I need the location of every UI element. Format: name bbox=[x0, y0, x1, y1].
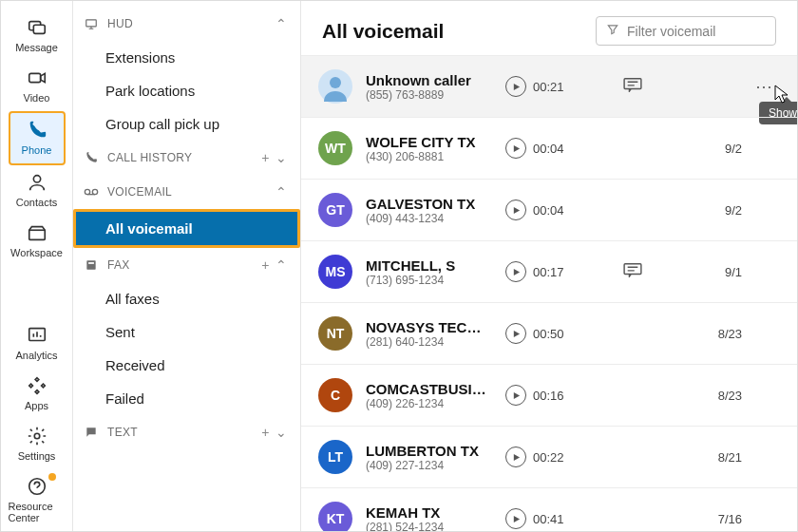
more-button[interactable]: ⋯ bbox=[748, 76, 780, 97]
rail-label: Analytics bbox=[15, 350, 57, 361]
rail-label: Resource Center bbox=[9, 501, 66, 523]
avatar: LT bbox=[318, 440, 352, 474]
voicemail-caller-name: COMCASTBUSI… bbox=[366, 381, 499, 397]
sidebar-item-fax-2[interactable]: Received bbox=[73, 349, 300, 382]
voicemail-caller-name: KEMAH TX bbox=[366, 504, 499, 521]
rail-item-analytics[interactable]: Analytics bbox=[9, 318, 66, 369]
sidebar-item-all-voicemail[interactable]: All voicemail bbox=[73, 209, 300, 248]
section-hud[interactable]: HUD ⌃ bbox=[73, 7, 300, 41]
section-voicemail[interactable]: VOICEMAIL ⌃ bbox=[73, 175, 300, 209]
voicemail-list: Unknown caller(855) 763-888900:21⋯Show t… bbox=[301, 55, 797, 531]
voicemail-duration: 00:22 bbox=[533, 450, 585, 465]
voicemail-row[interactable]: MSMITCHELL, S(713) 695-123400:179/1 bbox=[301, 240, 797, 302]
voicemail-info: WOLFE CITY TX(430) 206-8881 bbox=[366, 134, 499, 163]
rail-item-contacts[interactable]: Contacts bbox=[9, 165, 66, 216]
play-button[interactable] bbox=[505, 385, 526, 406]
svg-rect-2 bbox=[28, 73, 40, 82]
rail-item-settings[interactable]: Settings bbox=[9, 419, 66, 469]
voicemail-row[interactable]: NTNOVASYS TEC…(281) 640-123400:508/23 bbox=[301, 302, 797, 364]
voicemail-row[interactable]: GTGALVESTON TX(409) 443-123400:049/2 bbox=[301, 179, 797, 240]
section-label: FAX bbox=[107, 258, 256, 272]
voicemail-caller-name: MITCHELL, S bbox=[366, 257, 499, 274]
voicemail-info: KEMAH TX(281) 524-1234 bbox=[366, 504, 499, 532]
phone-icon bbox=[83, 151, 100, 164]
play-button[interactable] bbox=[505, 323, 526, 344]
plus-icon[interactable]: + bbox=[256, 257, 269, 273]
plus-icon[interactable]: + bbox=[256, 425, 269, 440]
play-button[interactable] bbox=[505, 138, 526, 159]
chevron-up-icon[interactable]: ⌃ bbox=[270, 184, 287, 200]
avatar: MS bbox=[318, 255, 352, 289]
chevron-up-icon[interactable]: ⌃ bbox=[270, 16, 287, 31]
voicemail-icon bbox=[83, 187, 100, 197]
sidebar-item-hud-0[interactable]: Extensions bbox=[73, 41, 300, 74]
voicemail-row[interactable]: KTKEMAH TX(281) 524-123400:417/16 bbox=[301, 487, 797, 531]
play-button[interactable] bbox=[505, 508, 526, 529]
play-button[interactable] bbox=[505, 76, 526, 97]
voicemail-date: 8/23 bbox=[680, 389, 748, 403]
text-icon bbox=[83, 426, 100, 439]
settings-icon bbox=[27, 425, 48, 447]
sidebar: HUD ⌃ ExtensionsPark locationsGroup call… bbox=[73, 1, 301, 531]
voicemail-caller-name: Unknown caller bbox=[366, 72, 499, 88]
voicemail-row[interactable]: Unknown caller(855) 763-888900:21⋯Show t… bbox=[301, 55, 797, 117]
plus-icon[interactable]: + bbox=[256, 150, 269, 165]
message-icon bbox=[27, 16, 48, 39]
voicemail-row[interactable]: CCOMCASTBUSI…(409) 226-123400:168/23 bbox=[301, 364, 797, 426]
voicemail-row[interactable]: WTWOLFE CITY TX(430) 206-888100:049/2 bbox=[301, 117, 797, 179]
svg-point-13 bbox=[330, 77, 341, 88]
voicemail-caller-name: WOLFE CITY TX bbox=[366, 134, 499, 150]
rail-item-video[interactable]: Video bbox=[9, 61, 66, 111]
section-label: TEXT bbox=[107, 426, 256, 439]
transcript-icon[interactable] bbox=[622, 262, 643, 281]
filter-voicemail-input[interactable]: Filter voicemail bbox=[596, 16, 776, 46]
sidebar-item-fax-1[interactable]: Sent bbox=[73, 315, 300, 349]
voicemail-caller-number: (430) 206-8881 bbox=[366, 150, 499, 163]
sidebar-item-fax-3[interactable]: Failed bbox=[73, 382, 300, 415]
svg-point-9 bbox=[92, 189, 97, 194]
fax-icon bbox=[83, 258, 100, 272]
voicemail-duration: 00:41 bbox=[533, 512, 585, 526]
apps-icon bbox=[27, 374, 48, 397]
voicemail-caller-number: (713) 695-1234 bbox=[366, 274, 499, 287]
voicemail-row[interactable]: LTLUMBERTON TX(409) 227-123400:228/21 bbox=[301, 426, 797, 487]
rail-label: Video bbox=[24, 92, 50, 104]
chevron-up-icon[interactable]: ⌃ bbox=[270, 257, 287, 273]
sidebar-item-fax-0[interactable]: All faxes bbox=[73, 282, 300, 315]
rail-item-message[interactable]: Message bbox=[9, 10, 66, 61]
voicemail-duration: 00:21 bbox=[533, 80, 585, 94]
sidebar-item-hud-2[interactable]: Group call pick up bbox=[73, 107, 300, 141]
sidebar-item-hud-1[interactable]: Park locations bbox=[73, 74, 300, 107]
play-button[interactable] bbox=[505, 261, 526, 282]
voicemail-caller-number: (409) 227-1234 bbox=[366, 459, 499, 472]
voicemail-date: 7/16 bbox=[680, 512, 748, 526]
rail-item-apps[interactable]: Apps bbox=[9, 369, 66, 419]
avatar bbox=[318, 69, 352, 104]
rail-item-workspace[interactable]: Workspace bbox=[9, 216, 66, 266]
section-text[interactable]: TEXT + ⌄ bbox=[73, 415, 300, 449]
avatar: GT bbox=[318, 193, 352, 227]
avatar: NT bbox=[318, 316, 352, 351]
chevron-down-icon[interactable]: ⌄ bbox=[270, 425, 287, 440]
rail-label: Apps bbox=[25, 400, 48, 411]
section-call-history[interactable]: CALL HISTORY + ⌄ bbox=[73, 141, 300, 175]
play-button[interactable] bbox=[505, 446, 526, 467]
section-fax[interactable]: FAX + ⌃ bbox=[73, 248, 300, 282]
section-label: HUD bbox=[107, 17, 270, 30]
voicemail-caller-number: (409) 226-1234 bbox=[366, 397, 499, 410]
svg-rect-7 bbox=[86, 20, 97, 27]
analytics-icon bbox=[27, 324, 48, 347]
filter-icon bbox=[606, 23, 619, 39]
notification-dot bbox=[48, 473, 56, 481]
svg-rect-14 bbox=[624, 79, 641, 89]
voicemail-caller-name: GALVESTON TX bbox=[366, 196, 499, 212]
rail-item-resource[interactable]: Resource Center bbox=[9, 469, 66, 531]
voicemail-duration: 00:17 bbox=[533, 265, 585, 279]
chevron-down-icon[interactable]: ⌄ bbox=[270, 150, 287, 165]
video-icon bbox=[27, 66, 48, 89]
transcript-icon[interactable] bbox=[622, 77, 643, 96]
voicemail-caller-name: LUMBERTON TX bbox=[366, 443, 499, 459]
play-button[interactable] bbox=[505, 200, 526, 220]
svg-rect-1 bbox=[33, 25, 45, 33]
rail-item-phone[interactable]: Phone bbox=[9, 111, 66, 165]
